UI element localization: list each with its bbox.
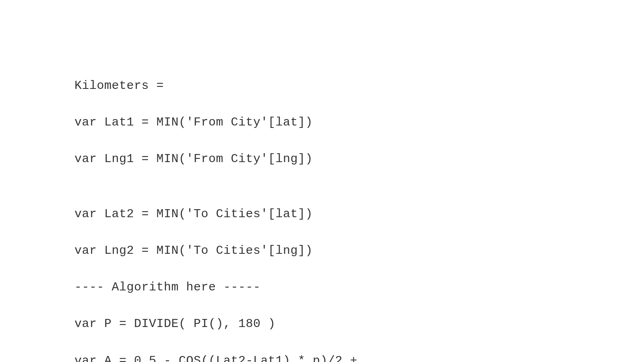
code-line: var Lng2 = MIN('To Cities'[lng]) [74, 242, 544, 260]
code-line: var Lat1 = MIN('From City'[lat]) [74, 113, 544, 132]
code-line: var Lng1 = MIN('From City'[lng]) [74, 150, 544, 169]
code-line: var A = 0.5 - COS((Lat2-Lat1) * p)/2 + [74, 352, 544, 362]
code-line: Kilometers = [74, 77, 544, 95]
code-line: ---- Algorithm here ----- [74, 278, 544, 297]
code-line: var Lat2 = MIN('To Cities'[lat]) [74, 205, 544, 224]
code-block: Kilometers = var Lat1 = MIN('From City'[… [74, 58, 544, 362]
code-line: var P = DIVIDE( PI(), 180 ) [74, 315, 544, 333]
